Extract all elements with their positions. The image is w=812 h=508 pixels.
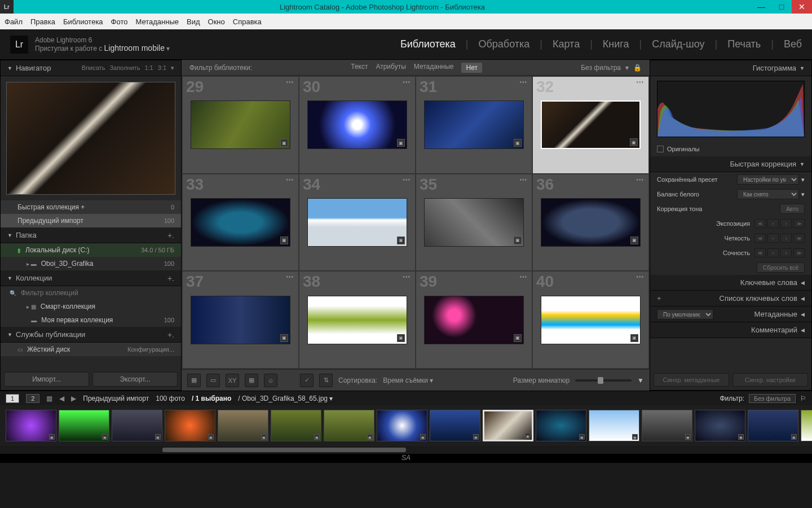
filmstrip-thumb[interactable]: ▣ bbox=[430, 410, 480, 441]
filmstrip-thumb[interactable]: ▣ bbox=[271, 410, 321, 441]
menu-Вид[interactable]: Вид bbox=[187, 17, 200, 26]
thumbnail-image[interactable]: ▣ bbox=[541, 198, 641, 247]
filmstrip-filter-select[interactable]: Без фильтра bbox=[749, 394, 796, 403]
filmstrip-thumb[interactable]: ▣ bbox=[59, 410, 109, 441]
cell-menu-icon[interactable]: ••• bbox=[286, 177, 294, 183]
filter-tab-Метаданные[interactable]: Метаданные bbox=[414, 63, 454, 73]
cell-menu-icon[interactable]: ••• bbox=[636, 274, 644, 280]
grid-cell-38[interactable]: 38•••▣ bbox=[299, 271, 415, 368]
grid-view-button[interactable]: ▦ bbox=[187, 374, 201, 387]
screen-2-button[interactable]: 2 bbox=[26, 394, 39, 403]
thumbnail-image[interactable]: ▣ bbox=[191, 296, 290, 344]
close-button[interactable]: ✕ bbox=[792, 0, 812, 14]
grid-cell-39[interactable]: 39•••▣ bbox=[416, 271, 532, 368]
filmstrip-thumb[interactable]: ▣ bbox=[218, 410, 268, 441]
minimize-button[interactable]: — bbox=[751, 0, 771, 14]
tagline-mobile[interactable]: Lightroom mobile bbox=[104, 43, 165, 52]
sync-settings-button[interactable]: Синхр. настройки bbox=[732, 373, 808, 387]
cell-menu-icon[interactable]: ••• bbox=[403, 177, 411, 183]
filmstrip-thumb[interactable]: ▣ bbox=[748, 410, 798, 441]
filter-tab-Атрибуты[interactable]: Атрибуты bbox=[376, 63, 405, 73]
menu-Файл[interactable]: Файл bbox=[5, 17, 23, 26]
cell-menu-icon[interactable]: ••• bbox=[519, 79, 527, 85]
chevron-down-icon[interactable]: ▾ bbox=[801, 191, 805, 198]
module-Карта[interactable]: Карта bbox=[553, 38, 580, 50]
thumbnail-image[interactable]: ▣ bbox=[307, 296, 407, 344]
source-label[interactable]: Предыдущий импорт bbox=[83, 395, 149, 402]
menu-Правка[interactable]: Правка bbox=[30, 17, 55, 26]
thumbnail-image[interactable]: ▣ bbox=[424, 296, 524, 344]
filter-tab-Нет[interactable]: Нет bbox=[461, 63, 482, 73]
loupe-view-button[interactable]: ▭ bbox=[206, 374, 220, 387]
thumbnail-image[interactable]: ▣ bbox=[541, 100, 641, 149]
sort-direction-button[interactable]: ⇅ bbox=[319, 374, 333, 387]
thumbnail-image[interactable]: ▣ bbox=[424, 100, 524, 149]
keywords-header[interactable]: Ключевые слова◀ bbox=[650, 275, 811, 291]
cell-menu-icon[interactable]: ••• bbox=[519, 274, 527, 280]
add-collection-icon[interactable]: +. bbox=[167, 274, 174, 283]
cell-menu-icon[interactable]: ••• bbox=[519, 177, 527, 183]
metadata-badge-icon[interactable]: ▣ bbox=[514, 334, 522, 342]
catalog-previous-import[interactable]: Предыдущий импорт100 bbox=[1, 214, 181, 227]
thumbnail-image[interactable]: ▣ bbox=[307, 100, 407, 149]
compare-view-button[interactable]: XY bbox=[226, 374, 239, 387]
filmstrip-thumb[interactable]: ▣ bbox=[536, 410, 586, 441]
grid-cell-36[interactable]: 36•••▣ bbox=[533, 174, 648, 271]
comments-header[interactable]: Комментарий◀ bbox=[650, 322, 811, 338]
toolbar-menu-icon[interactable]: ▼ bbox=[637, 376, 644, 384]
vibrance-buttons[interactable]: ≪‹›≫ bbox=[754, 248, 805, 257]
grid-cell-32[interactable]: 32•••▣ bbox=[533, 77, 648, 173]
catalog-quick-collection[interactable]: Быстрая коллекция +0 bbox=[1, 200, 181, 214]
histogram-header[interactable]: Гистограмма▼ bbox=[650, 60, 811, 76]
wb-select[interactable]: Как снято bbox=[737, 189, 799, 199]
import-button[interactable]: Импорт... bbox=[4, 372, 89, 387]
thumbnail-image[interactable]: ▣ bbox=[307, 198, 407, 247]
auto-tone-button[interactable]: Авто bbox=[780, 204, 805, 214]
drive-row[interactable]: ▮Локальный диск (C:)34.0 / 50 ГБ bbox=[1, 243, 181, 257]
grid-cell-40[interactable]: 40•••▣ bbox=[533, 271, 648, 368]
zoom-1:1[interactable]: 1:1 bbox=[144, 64, 153, 72]
metadata-badge-icon[interactable]: ▣ bbox=[397, 334, 405, 342]
thumbnail-image[interactable]: ▣ bbox=[191, 100, 290, 149]
zoom-Заполнить[interactable]: Заполнить bbox=[109, 64, 140, 72]
filter-tab-Текст[interactable]: Текст bbox=[351, 63, 368, 73]
maximize-button[interactable]: □ bbox=[771, 0, 792, 14]
navigator-preview[interactable] bbox=[6, 82, 175, 195]
reset-all-button[interactable]: Сбросить всё bbox=[757, 262, 805, 273]
cell-menu-icon[interactable]: ••• bbox=[403, 79, 411, 85]
module-Веб[interactable]: Веб bbox=[784, 38, 802, 50]
add-folder-icon[interactable]: +. bbox=[167, 231, 174, 240]
nav-back-icon[interactable]: ◀ bbox=[59, 395, 64, 402]
menu-Метаданные[interactable]: Метаданные bbox=[135, 17, 179, 26]
flag-filter-icon[interactable]: ⚐ bbox=[800, 395, 806, 402]
exposure-buttons[interactable]: ≪‹›≫ bbox=[754, 219, 805, 228]
survey-view-button[interactable]: ▦ bbox=[245, 374, 258, 387]
menu-Окно[interactable]: Окно bbox=[208, 17, 225, 26]
publish-header[interactable]: ▼Службы публикации+. bbox=[1, 327, 181, 343]
zoom-3:1[interactable]: 3:1 bbox=[158, 64, 166, 72]
module-Обработка[interactable]: Обработка bbox=[479, 38, 530, 50]
filmstrip-thumb[interactable]: ▣ bbox=[6, 410, 56, 441]
filmstrip-thumb[interactable]: ▣ bbox=[642, 410, 692, 441]
grid-cell-35[interactable]: 35•••▣ bbox=[416, 174, 532, 271]
keyword-list-header[interactable]: +Список ключевых слов◀ bbox=[650, 291, 811, 306]
metadata-badge-icon[interactable]: ▣ bbox=[280, 139, 288, 147]
export-button[interactable]: Экспорт... bbox=[92, 372, 178, 387]
add-keyword-icon[interactable]: + bbox=[657, 294, 661, 303]
collections-filter-input[interactable] bbox=[21, 289, 174, 297]
grid-cell-31[interactable]: 31•••▣ bbox=[416, 77, 532, 173]
metadata-badge-icon[interactable]: ▣ bbox=[280, 334, 288, 342]
metadata-preset-select[interactable]: По умолчанию bbox=[657, 309, 713, 319]
metadata-header[interactable]: По умолчаниюМетаданные◀ bbox=[650, 306, 811, 322]
metadata-badge-icon[interactable]: ▣ bbox=[630, 237, 638, 244]
filmstrip-thumb[interactable]: ▣ bbox=[483, 410, 533, 441]
menu-Фото[interactable]: Фото bbox=[111, 17, 128, 26]
lock-icon[interactable]: 🔒 bbox=[633, 64, 642, 72]
quick-develop-header[interactable]: Быстрая коррекция▼ bbox=[650, 156, 811, 172]
metadata-badge-icon[interactable]: ▣ bbox=[280, 237, 288, 244]
metadata-badge-icon[interactable]: ▣ bbox=[514, 139, 522, 147]
navigator-header[interactable]: ▼ Навигатор ВписатьЗаполнить1:13:1 ▾ bbox=[1, 60, 181, 76]
thumbnail-image[interactable]: ▣ bbox=[191, 198, 290, 247]
my-collection-row[interactable]: ▬Моя первая коллекция100 bbox=[1, 313, 181, 327]
spray-tool-button[interactable]: ✓ bbox=[300, 374, 314, 387]
